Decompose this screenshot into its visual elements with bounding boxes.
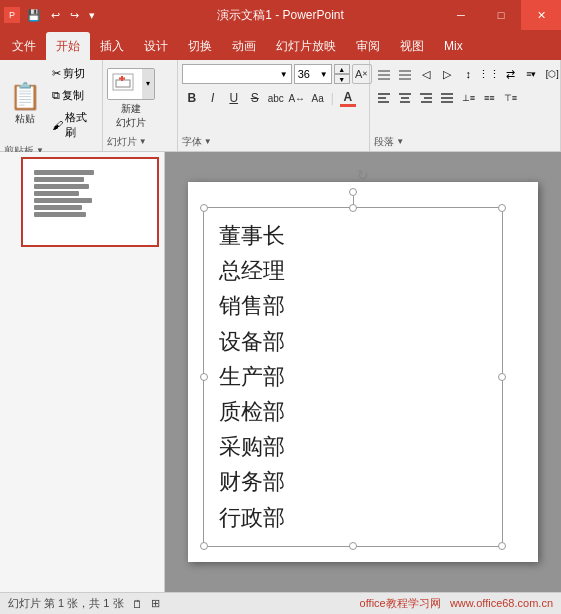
columns-btn[interactable]: ⋮⋮ [479, 64, 499, 84]
minimize-btn[interactable]: ─ [441, 0, 481, 30]
slide-panel: 1 [0, 152, 165, 592]
rotate-handle[interactable] [349, 188, 357, 196]
tab-file[interactable]: 文件 [2, 32, 46, 60]
align-center-btn[interactable] [395, 88, 415, 108]
format-painter-btn[interactable]: 🖌 格式刷 [49, 108, 98, 142]
indent-decrease-btn[interactable]: ◁ [416, 64, 436, 84]
cut-icon: ✂ [52, 67, 61, 80]
tab-slideshow[interactable]: 幻灯片放映 [266, 32, 346, 60]
tab-home[interactable]: 开始 [46, 32, 90, 60]
copy-icon: ⧉ [52, 89, 60, 102]
tab-animation[interactable]: 动画 [222, 32, 266, 60]
numbered-list-btn[interactable] [395, 64, 415, 84]
align-left-btn[interactable] [374, 88, 394, 108]
paste-label: 粘贴 [15, 112, 35, 126]
underline-btn[interactable]: U [224, 88, 244, 108]
redo-btn[interactable]: ↪ [67, 9, 82, 22]
rotate-indicator[interactable]: ↻ [357, 167, 369, 183]
slide-thumbnail[interactable] [21, 157, 159, 247]
bold-btn[interactable]: B [182, 88, 202, 108]
format-painter-label: 格式刷 [65, 110, 95, 140]
copy-label: 复制 [62, 88, 84, 103]
status-bar: 幻灯片 第 1 张，共 1 张 🗒 ⊞ office教程学习网 www.offi… [0, 592, 561, 614]
paste-btn[interactable]: 📋 粘贴 [4, 77, 46, 129]
paragraph-row1: ◁ ▷ ↕ ⋮⋮ ⇄ ≡▾ [⬡] [374, 64, 561, 84]
thumb-content [26, 162, 154, 242]
slides-expand-icon[interactable]: ▼ [139, 137, 147, 146]
font-name-selector[interactable]: ▼ [182, 64, 292, 84]
text-box[interactable]: 董事长总经理销售部设备部生产部质检部采购部财务部行政部 [203, 207, 503, 547]
handle-top-right[interactable] [498, 204, 506, 212]
slide-line-4: 生产部 [219, 359, 487, 394]
handle-bottom-center[interactable] [349, 542, 357, 550]
handle-top-center[interactable] [349, 204, 357, 212]
slide-canvas[interactable]: 董事长总经理销售部设备部生产部质检部采购部财务部行政部 [188, 182, 538, 562]
watermark-text: office教程学习网 [360, 597, 441, 609]
handle-top-left[interactable] [200, 204, 208, 212]
font-format-row: B I U S abc A↔ Aa | A [182, 88, 359, 108]
cut-btn[interactable]: ✂ 剪切 [49, 64, 98, 83]
copy-btn[interactable]: ⧉ 复制 [49, 86, 98, 105]
font-name-arrow: ▼ [280, 70, 288, 79]
tab-review[interactable]: 审阅 [346, 32, 390, 60]
maximize-btn[interactable]: □ [481, 0, 521, 30]
font-case-btn[interactable]: Aa [308, 88, 328, 108]
slide-line-3: 设备部 [219, 324, 487, 359]
quick-access-more[interactable]: ▾ [86, 9, 98, 22]
bullet-list-btn[interactable] [374, 64, 394, 84]
clear-formatting-btn[interactable]: A✕ [352, 64, 372, 84]
cut-label: 剪切 [63, 66, 85, 81]
main-area: 1 ↻ [0, 152, 561, 592]
line-spacing-btn[interactable]: ↕ [458, 64, 478, 84]
tab-design[interactable]: 设计 [134, 32, 178, 60]
new-slide-btn[interactable]: ▾ 新建幻灯片 [107, 68, 155, 130]
align-middle-btn[interactable]: ≡≡ [479, 88, 499, 108]
handle-bottom-left[interactable] [200, 542, 208, 550]
align-text-btn[interactable]: ≡▾ [521, 64, 541, 84]
strikethrough-btn[interactable]: S [245, 88, 265, 108]
tab-view[interactable]: 视图 [390, 32, 434, 60]
font-size-selector[interactable]: 36 ▼ [294, 64, 332, 84]
justify-btn[interactable] [437, 88, 457, 108]
text-shadow-btn[interactable]: abc [266, 88, 286, 108]
thumb-line-4 [34, 191, 79, 196]
font-spacing-btn[interactable]: A↔ [287, 88, 307, 108]
handle-middle-right[interactable] [498, 373, 506, 381]
new-slide-label: 新建幻灯片 [116, 102, 146, 130]
new-slide-dropdown-arrow[interactable]: ▾ [142, 69, 154, 99]
handle-bottom-right[interactable] [498, 542, 506, 550]
tab-insert[interactable]: 插入 [90, 32, 134, 60]
smartart-btn[interactable]: [⬡] [542, 64, 561, 84]
tab-mix[interactable]: Mix [434, 32, 473, 60]
align-right-btn[interactable] [416, 88, 436, 108]
font-color-btn[interactable]: A [337, 90, 359, 107]
tab-transition[interactable]: 切换 [178, 32, 222, 60]
close-btn[interactable]: ✕ [521, 0, 561, 30]
indent-increase-btn[interactable]: ▷ [437, 64, 457, 84]
italic-btn[interactable]: I [203, 88, 223, 108]
status-right: office教程学习网 www.office68.com.cn [360, 596, 553, 611]
align-bottom-btn[interactable]: ⊥≡ [458, 88, 478, 108]
save-quick-btn[interactable]: 💾 [24, 9, 44, 22]
slides-group: ▾ 新建幻灯片 幻灯片 ▼ [103, 60, 178, 151]
slide-line-6: 采购部 [219, 429, 487, 464]
font-size-decrease-btn[interactable]: ▼ [334, 74, 350, 84]
slide-count-text: 幻灯片 第 1 张，共 1 张 [8, 596, 124, 611]
thumb-line-5 [34, 198, 92, 203]
font-label-row: 字体 ▼ [182, 133, 366, 149]
paragraph-expand-icon[interactable]: ▼ [396, 137, 404, 146]
undo-btn[interactable]: ↩ [48, 9, 63, 22]
slide-line-5: 质检部 [219, 394, 487, 429]
align-top-btn[interactable]: ⊤≡ [500, 88, 520, 108]
slide-line-1: 总经理 [219, 253, 487, 288]
thumb-line-6 [34, 205, 82, 210]
font-expand-icon[interactable]: ▼ [204, 137, 212, 146]
text-direction-btn[interactable]: ⇄ [500, 64, 520, 84]
status-left: 幻灯片 第 1 张，共 1 张 🗒 ⊞ [8, 596, 160, 611]
font-color-icon: A [344, 90, 353, 104]
handle-middle-left[interactable] [200, 373, 208, 381]
font-label: 字体 [182, 135, 202, 149]
slides-top: ▾ 新建幻灯片 [107, 64, 173, 133]
font-size-increase-btn[interactable]: ▲ [334, 64, 350, 74]
window-controls: ─ □ ✕ [441, 0, 561, 30]
